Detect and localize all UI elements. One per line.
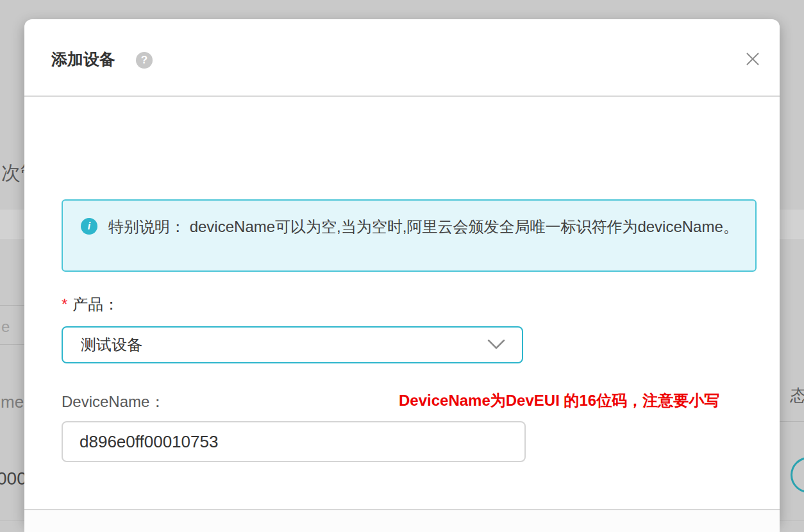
background-column-header-fragment: me (1, 392, 24, 412)
close-button[interactable] (740, 46, 766, 72)
dialog-footer: 确认 取消 (24, 510, 780, 532)
background-spinner-ring (791, 457, 804, 493)
product-select-value: 测试设备 (81, 335, 486, 355)
close-icon (742, 48, 764, 70)
devicename-annotation: DeviceName为DevEUI 的16位码，注意要小写 (399, 390, 719, 411)
help-icon-glyph: ? (141, 54, 147, 67)
help-icon[interactable]: ? (136, 52, 153, 69)
background-divider (0, 305, 26, 306)
product-label-text: 产品： (72, 295, 119, 313)
devicename-field-label: DeviceName： (62, 392, 165, 412)
dialog-header: 添加设备 ? (24, 19, 780, 96)
info-icon: i (81, 218, 97, 235)
info-alert: i 特别说明： deviceName可以为空,当为空时,阿里云会颁发全局唯一标识… (62, 199, 757, 272)
header-divider (24, 96, 780, 97)
chevron-down-icon (486, 338, 507, 351)
info-alert-text: 特别说明： deviceName可以为空,当为空时,阿里云会颁发全局唯一标识符作… (108, 216, 739, 237)
background-status-column-fragment: 态 (790, 385, 804, 407)
background-divider (780, 421, 804, 422)
product-field-label: *产品： (62, 294, 119, 315)
product-select[interactable]: 测试设备 (62, 326, 523, 363)
required-asterisk: * (62, 295, 67, 313)
info-icon-glyph: i (88, 220, 90, 232)
dialog-title: 添加设备 (51, 49, 115, 70)
background-divider (0, 344, 26, 345)
background-search-fragment: e (1, 318, 10, 336)
add-device-dialog: 添加设备 ? i 特别说明： deviceName可以为空,当为空时,阿里云会颁… (24, 19, 780, 524)
devicename-input[interactable] (62, 421, 526, 462)
